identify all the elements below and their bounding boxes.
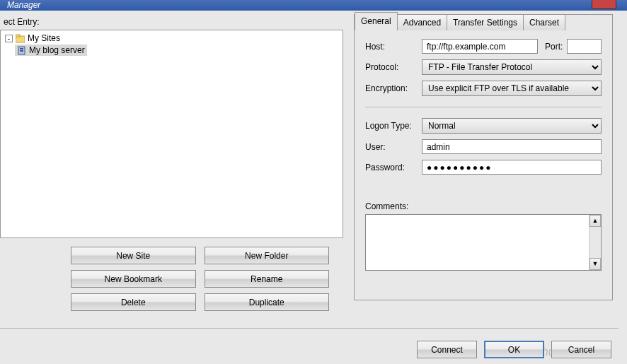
tree-item-label: My blog server	[29, 45, 85, 55]
encryption-label: Encryption:	[365, 83, 422, 93]
rename-button[interactable]: Rename	[205, 270, 330, 288]
user-input[interactable]	[422, 139, 602, 154]
duplicate-button[interactable]: Duplicate	[205, 293, 330, 311]
folder-icon	[16, 34, 25, 43]
comments-label: Comments:	[365, 201, 422, 211]
cancel-button[interactable]: Cancel	[551, 341, 611, 358]
delete-button[interactable]: Delete	[71, 293, 196, 311]
logon-type-select[interactable]: Normal	[422, 118, 602, 134]
svg-rect-4	[20, 50, 23, 52]
port-label: Port:	[545, 42, 563, 52]
protocol-label: Protocol:	[365, 62, 422, 72]
select-entry-label: ect Entry:	[0, 14, 343, 30]
new-bookmark-button[interactable]: New Bookmark	[71, 270, 196, 288]
logon-type-label: Logon Type:	[365, 121, 422, 131]
scroll-up-icon[interactable]: ▲	[589, 215, 601, 227]
new-site-button[interactable]: New Site	[71, 247, 196, 264]
tree-item-blogserver[interactable]: My blog server	[15, 45, 87, 56]
user-label: User:	[365, 142, 422, 152]
connect-button[interactable]: Connect	[417, 341, 477, 358]
window-title: Manager	[7, 0, 40, 10]
scroll-down-icon[interactable]: ▼	[589, 258, 601, 270]
tab-transfer-settings[interactable]: Transfer Settings	[447, 14, 524, 30]
window-close-button[interactable]	[592, 0, 616, 9]
tree-root-label: My Sites	[28, 33, 60, 43]
scrollbar[interactable]: ▲ ▼	[589, 215, 601, 270]
footer-divider	[0, 328, 619, 329]
protocol-select[interactable]: FTP - File Transfer Protocol	[422, 59, 602, 75]
divider	[365, 107, 602, 107]
host-label: Host:	[365, 42, 422, 52]
svg-rect-3	[20, 48, 23, 49]
tab-general[interactable]: General	[355, 12, 398, 30]
window-titlebar: Manager	[0, 0, 627, 11]
new-folder-button[interactable]: New Folder	[205, 247, 330, 264]
tab-advanced[interactable]: Advanced	[397, 14, 447, 30]
tab-charset[interactable]: Charset	[523, 14, 565, 30]
password-label: Password:	[365, 163, 422, 172]
sites-tree[interactable]: - My Sites My blog server	[0, 30, 343, 238]
svg-rect-1	[16, 35, 20, 37]
comments-textarea[interactable]	[365, 214, 602, 271]
password-input[interactable]	[422, 160, 602, 175]
settings-tabs-container: General Advanced Transfer Settings Chars…	[354, 14, 613, 300]
host-input[interactable]	[422, 39, 538, 54]
server-icon	[17, 46, 26, 55]
collapse-icon[interactable]: -	[5, 35, 13, 42]
port-input[interactable]	[567, 39, 602, 54]
tree-root-mysites[interactable]: - My Sites	[5, 33, 338, 43]
ok-button[interactable]: OK	[484, 341, 544, 358]
encryption-select[interactable]: Use explicit FTP over TLS if available	[422, 81, 602, 96]
